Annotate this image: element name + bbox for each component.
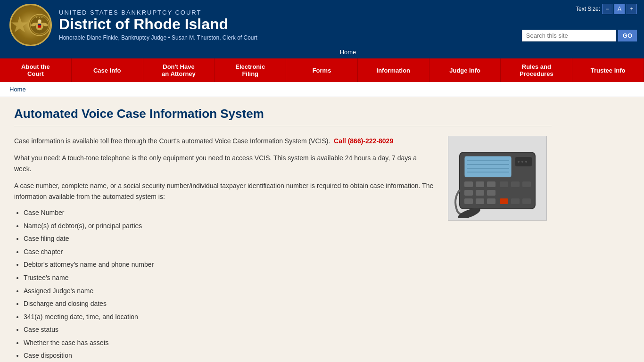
court-main-title: District of Rhode Island bbox=[59, 16, 257, 33]
svg-rect-17 bbox=[464, 181, 473, 187]
list-item: Assigned Judge's name bbox=[24, 287, 434, 296]
svg-rect-22 bbox=[487, 190, 495, 196]
nav-rules-procedures[interactable]: Rules andProcedures bbox=[501, 58, 572, 82]
list-item: Name(s) of debtor(s), or principal parti… bbox=[24, 222, 434, 231]
court-title-block: UNITED STATES BANKRUPTCY COURT District … bbox=[59, 9, 257, 41]
list-item: Case status bbox=[24, 325, 434, 335]
nav-about-court[interactable]: About theCourt bbox=[0, 58, 72, 82]
text-increase-button[interactable]: + bbox=[627, 4, 637, 14]
nav-no-attorney[interactable]: Don't Havean Attorney bbox=[143, 58, 215, 82]
search-input[interactable] bbox=[522, 30, 616, 41]
svg-rect-28 bbox=[522, 181, 531, 187]
list-item: Whether the case has assets bbox=[24, 338, 434, 348]
content-layout: Case information is available toll free … bbox=[14, 136, 552, 362]
paragraph-2: What you need: A touch-tone telephone is… bbox=[14, 153, 434, 174]
home-link[interactable]: Home bbox=[330, 48, 366, 57]
court-seal: ★ ★ ★ ★ ★ bbox=[9, 4, 52, 46]
nav-electronic-filing[interactable]: ElectronicFiling bbox=[215, 58, 286, 82]
svg-rect-20 bbox=[464, 190, 473, 196]
text-size-label: Text Size: bbox=[576, 6, 600, 12]
svg-rect-31 bbox=[522, 198, 531, 204]
list-item: Case disposition bbox=[24, 351, 434, 361]
svg-text:★: ★ bbox=[32, 24, 33, 26]
svg-point-35 bbox=[525, 161, 527, 163]
svg-text:★: ★ bbox=[46, 24, 48, 26]
text-current-button[interactable]: A bbox=[614, 4, 625, 14]
svg-rect-12 bbox=[464, 156, 512, 177]
svg-point-33 bbox=[518, 161, 520, 163]
nav-trustee-info[interactable]: Trustee Info bbox=[572, 58, 644, 82]
search-area: GO bbox=[522, 30, 637, 41]
nav-case-info[interactable]: Case Info bbox=[72, 58, 143, 82]
court-subtitle: UNITED STATES BANKRUPTCY COURT bbox=[59, 9, 257, 16]
svg-text:★ ★ ★: ★ ★ ★ bbox=[35, 16, 43, 18]
list-item: Case chapter bbox=[24, 247, 434, 257]
paragraph-1: Case information is available toll free … bbox=[14, 136, 434, 146]
main-navigation: About theCourt Case Info Don't Havean At… bbox=[0, 58, 644, 82]
search-button[interactable]: GO bbox=[618, 30, 637, 41]
svg-rect-23 bbox=[464, 198, 473, 204]
list-item: Debtor's attorney's name and phone numbe… bbox=[24, 260, 434, 270]
phone-number: Call (866)-222-8029 bbox=[334, 137, 393, 145]
text-decrease-button[interactable]: − bbox=[602, 4, 612, 14]
paragraph-3: A case number, complete name, or a socia… bbox=[14, 181, 434, 202]
breadcrumb-home[interactable]: Home bbox=[9, 86, 26, 93]
text-size-controls: Text Size: − A + bbox=[576, 4, 637, 14]
svg-point-3 bbox=[37, 19, 41, 23]
svg-rect-29 bbox=[500, 198, 508, 204]
nav-forms[interactable]: Forms bbox=[286, 58, 358, 82]
svg-rect-30 bbox=[511, 198, 520, 204]
info-list: Case Number Name(s) of debtor(s), or pri… bbox=[24, 208, 434, 361]
nav-information[interactable]: Information bbox=[358, 58, 429, 82]
svg-rect-18 bbox=[476, 181, 484, 187]
svg-rect-25 bbox=[487, 198, 495, 204]
svg-rect-26 bbox=[500, 181, 508, 187]
page-title: Automated Voice Case Information System bbox=[14, 107, 552, 126]
svg-rect-7 bbox=[38, 24, 41, 25]
nav-judge-info[interactable]: Judge Info bbox=[429, 58, 501, 82]
list-item: Case Number bbox=[24, 208, 434, 218]
list-item: 341(a) meeting date, time, and location bbox=[24, 313, 434, 322]
svg-rect-24 bbox=[476, 198, 484, 204]
breadcrumb: Home bbox=[0, 82, 644, 97]
main-content: Automated Voice Case Information System … bbox=[0, 97, 566, 362]
home-nav: Home bbox=[0, 46, 644, 58]
phone-image bbox=[448, 136, 547, 221]
svg-rect-19 bbox=[487, 181, 495, 187]
court-judges: Honorable Diane Finkle, Bankruptcy Judge… bbox=[59, 34, 257, 41]
list-item: Trustee's name bbox=[24, 273, 434, 283]
content-text: Case information is available toll free … bbox=[14, 136, 434, 362]
svg-point-34 bbox=[521, 161, 523, 163]
list-item: Discharge and closing dates bbox=[24, 299, 434, 309]
content-image-area bbox=[448, 136, 552, 362]
svg-rect-21 bbox=[476, 190, 484, 196]
svg-rect-27 bbox=[511, 181, 520, 187]
list-item: Case filing date bbox=[24, 234, 434, 244]
